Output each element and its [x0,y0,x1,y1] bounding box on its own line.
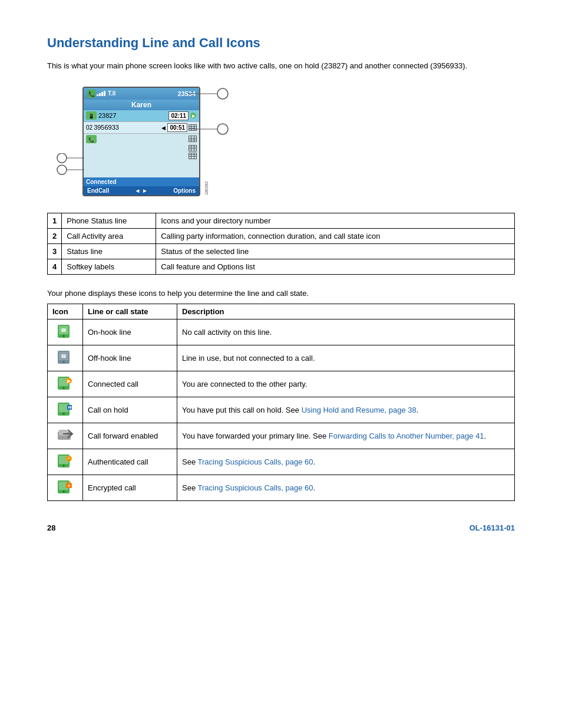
icon-cell: ☎ [48,319,83,345]
icon-cell [48,475,83,500]
icons-header-desc: Description [177,304,515,319]
caller-name: Karen [131,101,151,109]
row-number: 4 [48,259,62,274]
status-line-text: Connected [86,179,117,185]
icons-header-icon: Icon [48,304,83,319]
call2-time: 00:51 [167,123,187,132]
phone-frame: 📞 T.ll 23534 Karen [82,87,200,196]
row-desc: Calling party information, connection du… [156,228,515,243]
svg-text:☎: ☎ [61,354,67,359]
svg-rect-34 [68,406,70,409]
svg-rect-37 [59,430,67,436]
phone-body-grid2-row [84,144,199,152]
icon-cell: 🔒 [48,449,83,475]
numbered-row: 3 Status line Status of the selected lin… [48,243,515,259]
state-cell: Encrypted call [83,475,177,500]
row-number: 3 [48,243,62,259]
icons-row: ☎ Off-hook line Line in use, but not con… [48,345,515,371]
phone-body-grid3-row [84,152,199,160]
nav-left-icon: ◄ ► [134,187,148,194]
desc-cell: You have put this call on hold. See Usin… [177,397,515,423]
icons-header-state: Line or call state [83,304,177,319]
numbered-row: 1 Phone Status line Icons and your direc… [48,213,515,228]
desc-link[interactable]: Forwarding Calls to Another Number, page… [329,431,484,440]
row-label: Phone Status line [62,213,156,228]
call1-number: 23827 [98,112,168,119]
row-label: Softkey labels [62,259,156,274]
state-cell: Off-hook line [83,345,177,371]
svg-text:🔒: 🔒 [66,456,71,462]
desc-cell: You have forwarded your primary line. Se… [177,423,515,449]
icons-row: Call forward enabled You have forwarded … [48,423,515,449]
row-number: 2 [48,228,62,243]
state-cell: Call on hold [83,397,177,423]
phone-mockup-area: 📞 T.ll 23534 Karen [82,87,515,196]
callout1-line [189,88,230,100]
row-desc: Icons and your directory number [156,213,515,228]
callout3-lines [56,153,85,177]
desc-cell: Line in use, but not connected to a call… [177,345,515,371]
svg-point-13 [57,153,67,163]
icon-cell: ▶ [48,371,83,397]
phone-body-spacer [84,160,199,177]
numbered-table: 1 Phone Status line Icons and your direc… [47,213,515,275]
call2-prefix: 02 [86,124,92,131]
state-cell: On-hook line [83,319,177,345]
icon-cell [48,423,83,449]
svg-point-10 [217,88,228,99]
phone-status-line: Connected [84,177,199,186]
row-label: Status line [62,243,156,259]
row-desc: Call feature and Options list [156,259,515,274]
svg-point-41 [62,465,65,467]
call1-state-icon: ▶ [190,112,197,119]
icons-row: 🔒 Authenticated call See Tracing Suspici… [48,449,515,475]
desc-cell: See Tracing Suspicious Calls, page 60. [177,449,515,475]
svg-text:📞: 📞 [88,137,94,143]
phone-call1-row: 📱 23827 02:11 ▶ [84,110,199,122]
svg-text:☎: ☎ [61,328,67,333]
icons-row: ☎ On-hook line No call activity on this … [48,319,515,345]
softkey-endcall: EndCall [87,187,109,194]
icons-table: Icon Line or call state Description ☎ On… [47,304,515,501]
softkey-options: Options [173,187,196,194]
icon-cell [48,397,83,423]
svg-point-27 [62,387,65,389]
callout3-area [56,153,85,179]
phone-body-icon-row: 📞 [84,134,199,144]
call2-arrow-icon: ◀ [160,124,166,130]
icons-row: Encrypted call See Tracing Suspicious Ca… [48,475,515,500]
svg-text:📱: 📱 [88,113,94,119]
state-cell: Authenticated call [83,449,177,475]
callout2-line [189,123,230,135]
svg-text:▶: ▶ [67,378,71,384]
state-cell: Connected call [83,371,177,397]
connected-icon: 📞 [86,135,97,143]
desc-link[interactable]: Using Hold and Resume, page 38 [302,406,416,414]
desc-cell: You are connected to the other party. [177,371,515,397]
row-desc: Status of the selected line [156,243,515,259]
svg-point-15 [57,165,67,174]
state-cell: Call forward enabled [83,423,177,449]
page-number: 28 [47,523,55,532]
desc-cell: See Tracing Suspicious Calls, page 60. [177,475,515,500]
call1-time: 02:11 [168,111,189,120]
svg-rect-35 [70,406,71,409]
numbered-row: 2 Call Activity area Calling party infor… [48,228,515,243]
svg-rect-31 [59,404,68,412]
desc-link[interactable]: Tracing Suspicious Calls, page 60 [198,483,313,492]
row-number: 1 [48,213,62,228]
doc-number: OL-16131-01 [470,523,515,532]
desc-link[interactable]: Tracing Suspicious Calls, page 60 [198,457,313,466]
phone-body: 📞 [84,134,199,177]
icons-row: Call on hold You have put this call on h… [48,397,515,423]
vertical-label: 180392 [204,88,209,195]
icons-intro: Your phone displays these icons to help … [47,289,515,298]
call1-icon: 📱 [86,111,97,120]
page-title: Understanding Line and Call Icons [47,35,515,51]
svg-point-19 [62,335,65,337]
svg-point-23 [62,361,65,363]
call2-number: 3956933 [94,124,160,131]
row-label: Call Activity area [62,228,156,243]
numbered-row: 4 Softkey labels Call feature and Option… [48,259,515,274]
callout1-area [189,88,230,101]
